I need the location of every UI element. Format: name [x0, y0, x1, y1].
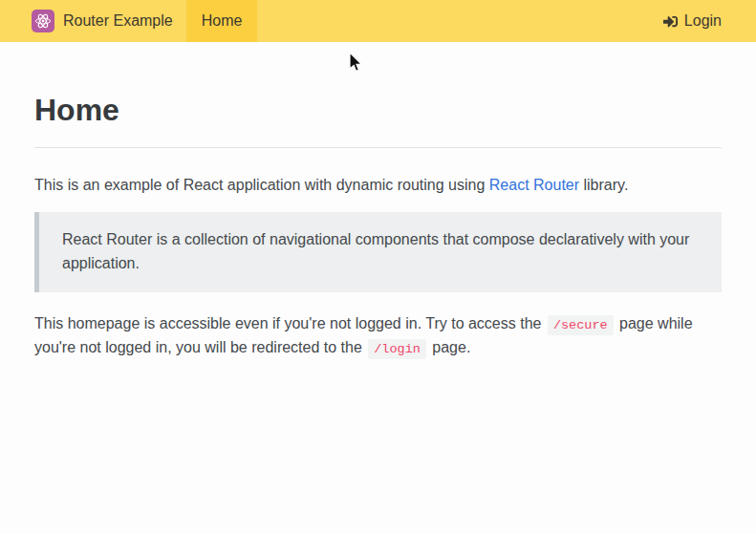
code-login: /login [368, 339, 426, 359]
navbar-brand[interactable]: Router Example [32, 0, 173, 42]
intro-text-after: library. [579, 177, 628, 193]
navbar: Router Example Home Login [0, 0, 756, 42]
note-paragraph: This homepage is accessible even if you'… [34, 312, 722, 360]
intro-paragraph: This is an example of React application … [34, 174, 722, 198]
navbar-right: Login [663, 0, 756, 42]
note-text-1: This homepage is accessible even if you'… [34, 315, 546, 331]
main-content: Home This is an example of React applica… [34, 92, 722, 360]
page-title: Home [34, 92, 722, 128]
login-label: Login [684, 12, 722, 30]
blockquote: React Router is a collection of navigati… [34, 212, 722, 292]
nav-item-home-label: Home [202, 12, 243, 30]
login-link[interactable]: Login [663, 12, 722, 30]
code-secure: /secure [548, 315, 614, 335]
react-router-link[interactable]: React Router [489, 177, 579, 193]
divider [34, 147, 722, 148]
sign-in-icon [663, 14, 678, 29]
intro-text-before: This is an example of React application … [34, 177, 489, 193]
nav-item-home[interactable]: Home [186, 0, 258, 42]
brand-label: Router Example [63, 12, 173, 30]
blockquote-text: React Router is a collection of navigati… [62, 231, 689, 271]
mouse-cursor [348, 52, 363, 75]
note-text-3: page. [428, 339, 470, 355]
react-logo-icon [32, 10, 54, 32]
